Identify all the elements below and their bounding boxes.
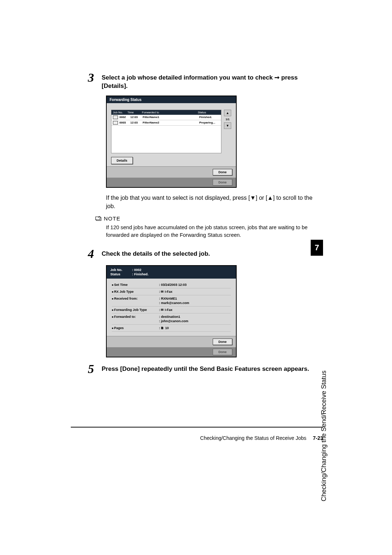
doc-icon [113,116,118,119]
scroll-up-button[interactable]: ▲ [224,110,231,116]
note-text: If 120 send jobs have accumulated on the… [106,224,313,239]
step-number: 3 [88,72,102,84]
cell-status: Finished. [199,116,220,119]
screenshot-forwarding-status: Forwarding Status Job No. Time Forwarded… [106,96,237,188]
detail-key: RX Job Type [112,290,159,293]
job-table: Job No. Time Forwarded to Status 0002 12… [111,110,221,153]
detail-value: : ✉ I-Fax [159,308,231,312]
label-jobno: Job No. [110,268,132,272]
table-row[interactable]: 0002 12:03 FilterName1 Finished. [111,115,221,120]
scroll-down-button[interactable]: ▼ [224,122,231,129]
step-number: 4 [88,248,102,260]
cell-jobno: 0002 [119,116,130,119]
done-button[interactable]: Done [213,339,232,345]
screenshot-job-details: Job No.: 0002 Status: Finished. Set Time… [106,265,237,357]
detail-value: : destination1: john@canon.com [159,315,231,323]
detail-row-settime: Set Time : 03/24/2003 12:03 [112,281,231,288]
detail-key: Pages [112,326,159,330]
detail-key: Forwarding Job Type [112,308,159,312]
cell-time: 12:03 [130,121,143,124]
detail-row-fwdto: Forwarded to: : destination1: john@canon… [112,313,231,325]
detail-value: : 🗎 10 [159,326,231,330]
step-5: 5 Press [Done] repeatedly until the Send… [88,364,313,375]
detail-value: : RXNAME1: mark@canon.com [159,297,231,305]
scroll-controls: ▲ 1/1 ▼ [224,110,232,153]
step-text: Check the details of the selected job. [102,249,210,258]
detail-row-rxtype: RX Job Type : ✉ I-Fax [112,288,231,295]
page-footer: Checking/Changing the Status of Receive … [71,435,323,441]
scroll-hint-text: If the job that you want to select is no… [106,194,313,210]
note-heading: NOTE [95,215,313,222]
col-time: Time [127,111,142,114]
detail-value: : ✉ I-Fax [159,290,231,293]
cell-time: 12:03 [130,116,143,119]
detail-row-pages: Pages : 🗎 10 [112,325,231,332]
detail-key: Forwarded to: [112,315,159,323]
system-done-button[interactable]: Done [213,179,232,186]
col-forwardedto: Forwarded to [142,111,198,114]
table-header: Job No. Time Forwarded to Status [111,110,221,115]
cell-to: FilterName1 [143,116,199,119]
details-button[interactable]: Details [111,157,133,164]
label-status: Status [110,272,132,277]
chapter-tab: 7 [311,240,323,256]
note-label: NOTE [104,215,121,222]
detail-row-receivedfrom: Received from: : RXNAME1: mark@canon.com [112,295,231,307]
step-4: 4 Check the details of the selected job. [88,249,313,260]
detail-value: : 03/24/2003 12:03 [159,283,231,287]
value-jobno: : 0002 [132,268,142,272]
note-icon [95,216,102,222]
screenshot-title: Forwarding Status [107,96,236,103]
step-3: 3 Select a job whose detailed informatio… [88,73,313,90]
step-text: Select a job whose detailed information … [102,73,313,90]
footer-page: 7-23 [313,435,323,441]
cell-status: Preparing... [199,121,220,124]
detail-key: Set Time [112,283,159,287]
cell-to: FilterName2 [143,121,199,124]
footer-rule [71,427,323,428]
step-text: Press [Done] repeatedly until the Send B… [102,364,309,373]
cell-jobno: 0003 [119,121,130,124]
footer-title: Checking/Changing the Status of Receive … [200,435,306,441]
done-button[interactable]: Done [213,169,232,175]
value-status: : Finished. [132,272,148,276]
step-number: 5 [88,363,102,375]
col-status: Status [198,111,220,114]
detail-key: Received from: [112,297,159,305]
table-row[interactable]: 0003 12:03 FilterName2 Preparing... [111,120,221,126]
doc-icon [113,121,118,125]
detail-row-fwdtype: Forwarding Job Type : ✉ I-Fax [112,307,231,313]
system-done-button[interactable]: Done [213,349,232,355]
page-indicator: 1/1 [225,118,229,121]
details-header: Job No.: 0002 Status: Finished. [107,266,236,279]
col-jobno: Job No. [113,111,127,114]
